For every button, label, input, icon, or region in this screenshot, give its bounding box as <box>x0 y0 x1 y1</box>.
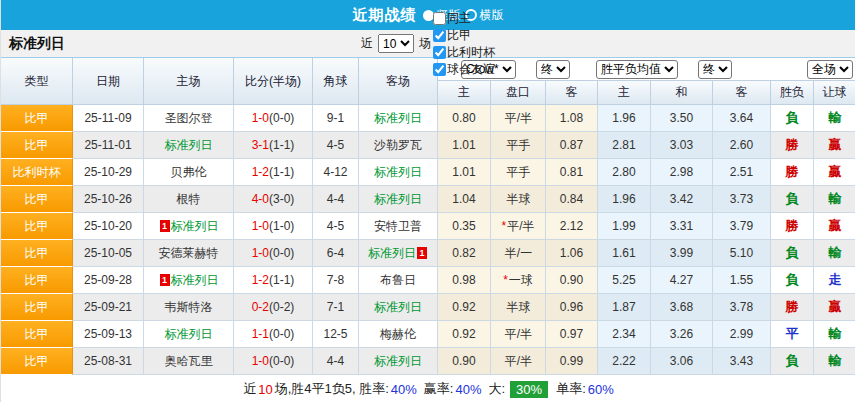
avg-draw-odds-cell: 4.27 <box>651 267 713 294</box>
col-header-type: 类型 <box>1 58 73 105</box>
away-team-name[interactable]: 标准列日 <box>374 164 422 181</box>
fulltime-score: 1-2 <box>252 165 269 179</box>
table-row: 比甲 25-09-13 1标准列日 1-1(0-0) 12-5 梅赫伦1 0.9… <box>1 321 855 348</box>
league-type-cell: 比甲 <box>1 132 73 159</box>
avg-odds-select[interactable]: 胜平负均值 <box>596 60 678 79</box>
filter-checkbox-0[interactable]: 同主 <box>433 10 495 27</box>
away-odds-cell: 0.90 <box>546 267 598 294</box>
filter-checkbox-1[interactable]: 比甲 <box>433 27 495 44</box>
checkbox-input[interactable] <box>433 12 446 25</box>
checkbox-input[interactable] <box>433 63 446 76</box>
avg-away-odds-cell: 2.51 <box>713 159 771 186</box>
final-odds-select-1[interactable]: 终 <box>536 60 570 79</box>
corner-cell: 9-1 <box>313 105 359 132</box>
home-odds-cell: 1.04 <box>438 186 491 213</box>
near-label: 近 <box>361 35 373 52</box>
away-team-name[interactable]: 标准列日 <box>374 299 422 316</box>
away-team-name[interactable]: 布鲁日 <box>380 272 416 289</box>
home-team-name[interactable]: 根特 <box>177 191 201 208</box>
red-card-badge: 1 <box>417 247 427 259</box>
avg-away-odds-cell: 1.55 <box>713 267 771 294</box>
home-team-cell: 1标准列日 <box>144 132 234 159</box>
home-team-cell: 1贝弗伦 <box>144 159 234 186</box>
fulltime-score: 1-2 <box>252 273 269 287</box>
home-odds-cell: 0.92 <box>438 321 491 348</box>
match-result-cell: 平 <box>771 321 814 348</box>
avg-draw-odds-cell: 3.50 <box>651 105 713 132</box>
home-team-name[interactable]: 标准列日 <box>165 137 213 154</box>
home-team-name[interactable]: 标准列日 <box>171 218 219 235</box>
odd-rate-value: 60% <box>588 382 614 397</box>
avg-home-odds-cell: 5.25 <box>598 267 651 294</box>
home-team-name[interactable]: 标准列日 <box>165 326 213 343</box>
match-result-cell: 負 <box>771 186 814 213</box>
handicap-result-cell: 輸 <box>814 186 855 213</box>
final-odds-select-2[interactable]: 终 <box>698 60 732 79</box>
away-odds-cell: 1.06 <box>546 240 598 267</box>
home-team-cell: 1根特 <box>144 186 234 213</box>
handicap-result-cell: 輸 <box>814 348 855 375</box>
date-cell: 25-10-05 <box>73 240 144 267</box>
handicap-result-cell: 輸 <box>814 240 855 267</box>
handicap-result-cell: 贏 <box>814 213 855 240</box>
home-team-name[interactable]: 贝弗伦 <box>171 164 207 181</box>
avg-draw-odds-cell: 3.31 <box>651 213 713 240</box>
handicap-changed-marker: * <box>503 273 508 287</box>
home-team-name[interactable]: 标准列日 <box>171 272 219 289</box>
match-count-select[interactable]: 10 <box>378 34 414 53</box>
halftime-score: (1-0) <box>269 219 294 233</box>
away-team-cell: 标准列日1 <box>359 105 438 132</box>
away-team-name[interactable]: 梅赫伦 <box>380 326 416 343</box>
red-card-badge: 1 <box>160 220 170 232</box>
halftime-score: (0-0) <box>269 246 294 260</box>
home-team-name[interactable]: 安德莱赫特 <box>159 245 219 262</box>
away-team-name[interactable]: 安特卫普 <box>374 218 422 235</box>
away-odds-cell: 0.84 <box>546 186 598 213</box>
checkbox-label: 比甲 <box>447 27 471 44</box>
away-team-name[interactable]: 标准列日 <box>374 353 422 370</box>
avg-away-odds-cell: 3.43 <box>713 348 771 375</box>
checkbox-input[interactable] <box>433 46 446 59</box>
corner-cell: 4-5 <box>313 132 359 159</box>
away-team-name[interactable]: 标准列日 <box>368 245 416 262</box>
filter-checkbox-2[interactable]: 比利时杯 <box>433 44 495 61</box>
summary-count: 10 <box>258 382 272 397</box>
home-team-name[interactable]: 韦斯特洛 <box>165 299 213 316</box>
corner-cell: 4-5 <box>313 213 359 240</box>
match-result-cell: 負 <box>771 267 814 294</box>
handicap-result-cell: 走 <box>814 267 855 294</box>
away-team-name[interactable]: 标准列日 <box>374 110 422 127</box>
home-team-cell: 1圣图尔登 <box>144 105 234 132</box>
home-team-name[interactable]: 圣图尔登 <box>165 110 213 127</box>
corner-cell: 4-12 <box>313 159 359 186</box>
scope-select[interactable]: 全场 <box>807 60 853 79</box>
halftime-score: (0-0) <box>269 111 294 125</box>
handicap-result-cell: 贏 <box>814 132 855 159</box>
avg-draw-odds-cell: 3.99 <box>651 240 713 267</box>
away-team-name[interactable]: 沙勒罗瓦 <box>374 137 422 154</box>
handicap-cell: 平/半 <box>491 321 546 348</box>
table-row: 比甲 25-11-01 1标准列日 3-1(1-1) 4-5 沙勒罗瓦1 1.0… <box>1 132 855 159</box>
recent-results-panel: 近期战绩 竖版 横版 标准列日 近 10 场 同主比甲比利时杯球会友谊 类型 <box>0 0 855 402</box>
avg-home-odds-cell: 1.99 <box>598 213 651 240</box>
home-team-name[interactable]: 奥哈瓦里 <box>165 353 213 370</box>
handicap-cell: 平手 <box>491 132 546 159</box>
avg-away-odds-cell: 3.79 <box>713 213 771 240</box>
home-team-cell: 1安德莱赫特 <box>144 240 234 267</box>
table-row: 比甲 25-10-26 1根特 4-0(3-0) 4-4 标准列日1 1.04 … <box>1 186 855 213</box>
handicap-value: 平/半 <box>505 326 532 343</box>
match-result-cell: 負 <box>771 105 814 132</box>
date-cell: 25-11-01 <box>73 132 144 159</box>
away-team-name[interactable]: 标准列日 <box>374 191 422 208</box>
avg-away-odds-cell: 5.10 <box>713 240 771 267</box>
home-team-cell: 1标准列日 <box>144 321 234 348</box>
checkbox-input[interactable] <box>433 29 446 42</box>
filter-checkbox-3[interactable]: 球会友谊 <box>433 61 495 78</box>
summary-prefix: 近 <box>243 380 256 398</box>
away-odds-cell: 0.97 <box>546 321 598 348</box>
date-cell: 25-10-29 <box>73 159 144 186</box>
handicap-value: 一球 <box>509 272 533 289</box>
away-team-cell: 布鲁日1 <box>359 267 438 294</box>
home-team-cell: 1标准列日 <box>144 267 234 294</box>
avg-away-odds-cell: 3.64 <box>713 105 771 132</box>
